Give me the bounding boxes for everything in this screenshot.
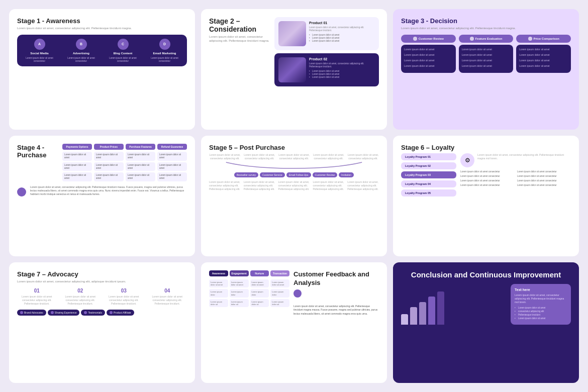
product-lorem-1: Lorem ipsum dolor sit amet, consectetur … <box>309 26 375 32</box>
loyalty-row-3: Lorem ipsum dolor sit amet consectetur L… <box>460 179 571 182</box>
s5-tag-4: Customer Review <box>313 172 337 177</box>
card4-lorem: Lorem ipsum dolor sit amet, consectetur … <box>30 185 187 196</box>
td-3a: Lorem ipsum dolor sit amet <box>62 172 92 181</box>
card9-box-title: Text here <box>515 288 567 291</box>
product-title-1: Product 01 <box>309 21 375 25</box>
funnel-col-4: Lorem ipsum dolor sit amet Lorem ipsum d… <box>270 279 289 307</box>
product-box-2: Product 02 Lorem ipsum dolor sit amet, c… <box>274 53 379 86</box>
stage5-bottom-cols: Lorem ipsum dolor sit amet, consectetur … <box>209 180 379 191</box>
decision-box-1: Lorem ipsum dolor sit amet Lorem ipsum d… <box>401 45 456 73</box>
funnel-col-3: Lorem ipsum dolor sit amet Lorem ipsum d… <box>250 279 269 307</box>
card8-text: Lorem ipsum dolor sit amet, consectetur … <box>293 305 379 316</box>
td-1c: Lorem ipsum dolor sit amet <box>126 152 155 161</box>
dec-item-1b: Lorem ipsum dolor sit amet <box>404 53 453 57</box>
product-box-1: Product 01 Lorem ipsum dolor sit amet, c… <box>274 17 379 50</box>
adv-col-1: 01 Lorem ipsum dolor sit amet consectetu… <box>17 288 57 306</box>
card4-top: Stage 4 - Purchase Payments Options Prod… <box>17 144 187 181</box>
card-feedback: Awareness Engagement Nurture Transaction… <box>201 262 387 383</box>
loyalty-row-2: Lorem ipsum dolor sit amet consectetur L… <box>460 175 571 178</box>
stage1-circle-b: B <box>76 39 87 50</box>
td-3c: Lorem ipsum dolor sit amet <box>126 172 155 181</box>
table-row-3: Lorem ipsum dolor sit amet Lorem ipsum d… <box>62 172 187 181</box>
table-row-2: Lorem ipsum dolor sit amet Lorem ipsum d… <box>62 162 187 171</box>
card2-products: Product 01 Lorem ipsum dolor sit amet, c… <box>274 17 379 86</box>
advocacy-tags: Brand Advocates Sharing Experience Testi… <box>17 310 187 316</box>
card8-right: Customer Feedback and Analysis Lorem ips… <box>293 270 379 375</box>
decision-col-2: Feature Evaluation Lorem ipsum dolor sit… <box>459 35 514 73</box>
th-4: Refund Guarantee <box>157 144 187 150</box>
card7-subtitle: Lorem ipsum dolor sit amet, consectetur … <box>17 280 187 284</box>
stage1-lorem-a: Lorem ipsum dolor sit amet consectetur <box>20 57 59 63</box>
adv-num-3: 03 <box>104 288 144 293</box>
loyalty-row-1: Lorem ipsum dolor sit amet consectetur L… <box>460 170 571 173</box>
card9-bullet-1: Lorem ipsum dolor sit amet <box>515 307 567 309</box>
stage5-top-cols: Lorem ipsum dolor sit amet, consectetur … <box>209 153 379 160</box>
card9-inner: Text here Lorem ipsum dolor sit amet, co… <box>401 284 571 325</box>
s5-tag-1: Bestseller survey <box>234 172 258 177</box>
adv-col-3: 03 Lorem ipsum dolor sit amet consectetu… <box>104 288 144 306</box>
product-info-1: Product 01 Lorem ipsum dolor sit amet, c… <box>309 21 375 43</box>
stage1-label-b: Advertising <box>73 52 89 55</box>
dec-item-1c: Lorem ipsum dolor sit amet <box>404 59 453 62</box>
card-stage6: Stage 6 – Loyalty Loyalty Program 01 Loy… <box>393 136 579 256</box>
loyalty-cell-4a: Lorem ipsum dolor sit amet consectetur <box>460 184 514 187</box>
funnel-tag-3: Nurture <box>250 270 269 276</box>
bar-chart <box>401 289 506 325</box>
card-stage4: Stage 4 - Purchase Payments Options Prod… <box>9 136 195 256</box>
card3-subtitle: Lorem ipsum dolor sit amet, consectetur … <box>401 27 571 31</box>
s5-col-3: Lorem ipsum dolor sit amet, consectetur … <box>278 153 310 160</box>
product-bullet-1b: Lorem ipsum dolor sit amet <box>309 37 375 39</box>
advocacy-cols: 01 Lorem ipsum dolor sit amet consectetu… <box>17 288 187 306</box>
adv-tag-1: Brand Advocates <box>17 310 46 316</box>
card-stage1: Stage 1 - Awareness Lorem ipsum dolor si… <box>9 9 195 130</box>
card-stage5: Stage 5 – Post Purchase Lorem ipsum dolo… <box>201 136 387 256</box>
tag-dot-2 <box>51 311 54 314</box>
card6-inner: Loyalty Program 01 Loyalty Program 02 Lo… <box>401 153 571 199</box>
decision-cols: Customer Review Lorem ipsum dolor sit am… <box>401 35 571 73</box>
decision-box-2: Lorem ipsum dolor sit amet Lorem ipsum d… <box>459 45 514 73</box>
loyalty-3: Loyalty Program 03 <box>401 171 456 178</box>
product-lorem-2: Lorem ipsum dolor sit amet, consectetur … <box>309 62 375 68</box>
loyalty-cell-2a: Lorem ipsum dolor sit amet consectetur <box>460 175 514 178</box>
card9-bullet-4: Lorem ipsum dolor sit amet <box>515 317 567 320</box>
s5-col-2: Lorem ipsum dolor sit amet, consectetur … <box>244 153 275 160</box>
product-bullet-2b: Lorem ipsum dolor sit amet <box>309 73 375 75</box>
product-title-2: Product 02 <box>309 57 375 61</box>
decision-dot-2 <box>470 37 474 41</box>
loyalty-cell-1b: Lorem ipsum dolor sit amet consectetur <box>517 170 571 173</box>
card6-left: Loyalty Program 01 Loyalty Program 02 Lo… <box>401 153 456 199</box>
s5-tag-3: Email Follow-Ups <box>286 172 311 177</box>
card7-title: Stage 7 – Advocacy <box>17 270 187 278</box>
adv-num-4: 04 <box>148 288 187 293</box>
s5-bottom-col-1: Lorem ipsum dolor sit amet, consectetur … <box>209 180 241 191</box>
funnel-tag-2: Engagement <box>230 270 249 276</box>
tag-dot-3 <box>84 311 87 314</box>
bar-5 <box>437 291 444 325</box>
loyalty-5: Loyalty Program 05 <box>401 189 456 197</box>
product-bullet-2c: Lorem ipsum dolor sit amet <box>309 76 375 78</box>
stage5-arc <box>209 161 379 169</box>
td-2b: Lorem ipsum dolor sit amet <box>94 162 124 171</box>
loyalty-rows: Lorem ipsum dolor sit amet consectetur L… <box>460 170 571 186</box>
bar-3 <box>419 302 426 325</box>
s5-tag-2: Customer Service <box>260 172 285 177</box>
adv-tag-3: Testimonials <box>81 310 105 316</box>
card1-title: Stage 1 - Awareness <box>17 17 187 25</box>
card-conclusion: Conclusion and Continuous Improvement Te… <box>393 262 579 383</box>
card9-bullet-3: Pellentesque tincidunt <box>515 314 567 316</box>
funnel-col-2: Lorem ipsum dolor sit amet Lorem ipsum d… <box>230 279 249 307</box>
th-2: Product Prices <box>94 144 124 150</box>
product-bullet-1c: Lorem ipsum dolor sit amet <box>309 40 375 42</box>
decision-header-1: Customer Review <box>401 35 456 43</box>
card9-info-box: Text here Lorem ipsum dolor sit amet, co… <box>511 284 571 325</box>
stage1-circle-a: A <box>34 39 45 50</box>
adv-num-2: 02 <box>61 288 101 293</box>
stage1-boxes: A Social Media Lorem ipsum dolor sit ame… <box>17 35 187 67</box>
funnel-col-1: Lorem ipsum dolor sit amet Lorem ipsum d… <box>209 279 228 307</box>
decision-header-2: Feature Evaluation <box>459 35 514 43</box>
td-1d: Lorem ipsum dolor sit amet <box>157 152 187 161</box>
product-img-1 <box>278 21 306 46</box>
stage1-label-c: Blog Content <box>114 52 133 55</box>
stage1-item-c: C Blog Content Lorem ipsum dolor sit ame… <box>104 39 142 63</box>
adv-col-2: 02 Lorem ipsum dolor sit amet consectetu… <box>61 288 101 306</box>
